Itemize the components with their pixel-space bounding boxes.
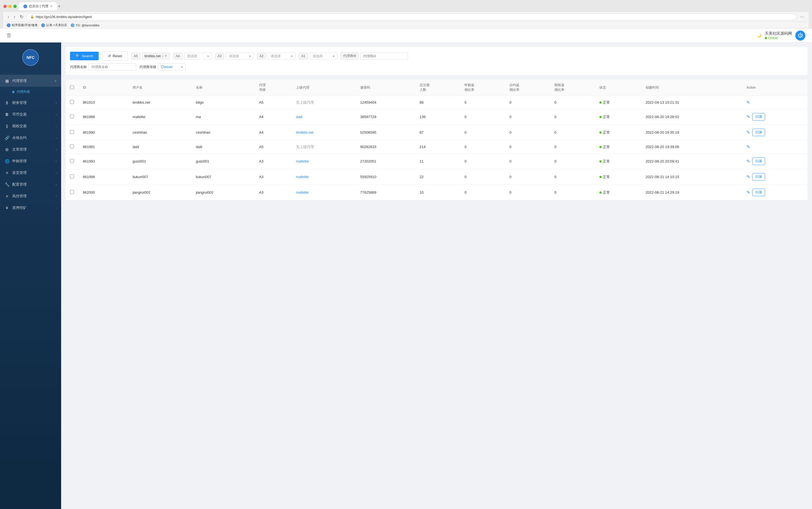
cell-level: A3 <box>255 154 292 169</box>
forward-button[interactable]: › <box>12 13 16 21</box>
url-text: https://jys106.timibbs.vip/admin/Agent <box>36 15 92 19</box>
browser-tab[interactable]: 总后台 | 代理 ✕ <box>19 2 57 10</box>
row-checkbox[interactable] <box>70 100 74 104</box>
sidebar-item-config[interactable]: 🔧 配置管理 ‹ <box>0 179 61 190</box>
traffic-light-red[interactable] <box>3 5 7 8</box>
parent-link[interactable]: daili <box>296 115 302 119</box>
row-checkbox[interactable] <box>70 190 74 194</box>
new-tab-button[interactable]: + <box>58 4 61 9</box>
url-bar[interactable]: 🔒 https://jys106.timibbs.vip/admin/Agent <box>27 13 797 20</box>
sidebar-item-perpetual[interactable]: 🔗 永续合约 ‹ <box>0 132 61 144</box>
parent-link[interactable]: timibbs.net <box>296 130 313 134</box>
filter-select-a3[interactable]: 请选择 <box>226 53 254 60</box>
hamburger-menu[interactable]: ☰ <box>7 33 11 39</box>
site-name: 天美社区源码网 <box>765 31 792 36</box>
status-label: 正常 <box>603 174 610 179</box>
table-row: 861993 guizi001 guizi001 A3 mafeifei 272… <box>66 154 808 169</box>
parent-link[interactable]: mafeifei <box>296 190 309 195</box>
parent-link[interactable]: mafeifei <box>296 175 309 179</box>
homepage-icon: ≡ <box>4 170 9 175</box>
assign-button[interactable]: 归属 <box>752 173 765 180</box>
logo-text: NFC <box>27 55 35 60</box>
filter-input-agentid[interactable] <box>360 53 408 60</box>
edit-button[interactable]: ✎ <box>746 174 750 179</box>
reset-button[interactable]: ↺ Reset <box>102 52 128 61</box>
cell-status: 正常 <box>595 169 641 185</box>
sidebar-item-homepage[interactable]: ≡ 首页管理 ‹ <box>0 167 61 179</box>
cell-subscribe-ratio: 0 <box>460 140 505 154</box>
tab-close-button[interactable]: ✕ <box>50 4 53 8</box>
risk-icon: ≡ <box>4 194 9 199</box>
cell-options-ratio: 0 <box>550 109 595 125</box>
agent-table: ID 用户名 名称 代理等级 上级代理 邀请码 总注册人数 申购返佣比率 合约返… <box>66 79 808 200</box>
row-checkbox[interactable] <box>70 174 74 178</box>
cell-level: A4 <box>255 109 292 125</box>
refresh-button[interactable]: ↻ <box>19 13 25 21</box>
filter-select-agentlevel[interactable]: Choose <box>158 63 185 71</box>
traffic-light-green[interactable] <box>13 5 17 8</box>
edit-button[interactable]: ✎ <box>746 190 750 195</box>
cell-status: 正常 <box>595 185 641 200</box>
row-checkbox[interactable] <box>70 114 74 118</box>
sidebar-item-subscribe-label: 申购管理 <box>12 159 53 164</box>
edit-button[interactable]: ✎ <box>746 100 750 105</box>
pledge-arrow-icon: ‹ <box>56 206 57 209</box>
assign-button[interactable]: 归属 <box>752 158 765 165</box>
sidebar-subitem-agent-list[interactable]: 代理列表 <box>0 87 61 97</box>
cell-level: A3 <box>255 185 292 200</box>
row-checkbox[interactable] <box>70 130 74 134</box>
select-all-checkbox[interactable] <box>70 85 74 89</box>
tab-favicon <box>23 4 27 8</box>
parent-link[interactable]: mafeifei <box>296 159 309 163</box>
filter-input-agentname[interactable] <box>88 63 136 71</box>
sidebar-item-article-label: 文章管理 <box>12 147 53 152</box>
cell-parent: 无上级代理 <box>292 96 356 109</box>
moon-icon[interactable]: 🌙 <box>757 33 762 37</box>
status-dot-icon <box>600 176 602 178</box>
bookmark-item-0[interactable]: 程序搭建/开发/修复 <box>7 23 38 27</box>
search-button[interactable]: 🔍 Search <box>70 52 99 60</box>
assign-button[interactable]: 归属 <box>752 113 765 121</box>
cell-status: 正常 <box>595 154 641 169</box>
cell-id: 861910 <box>78 96 128 109</box>
sidebar-item-subscribe[interactable]: 🌐 申购管理 ‹ <box>0 155 61 167</box>
extensions-button[interactable]: ⋯ <box>799 13 805 21</box>
assign-button[interactable]: 归属 <box>752 189 765 196</box>
sidebar-item-finance[interactable]: $ 财务管理 ‹ <box>0 97 61 109</box>
filter-select-a4[interactable]: 请选择 <box>184 53 212 60</box>
cell-invitecode: 77625869 <box>356 185 415 200</box>
edit-button[interactable]: ✎ <box>746 130 750 135</box>
filter-delete-a5[interactable]: × <box>162 55 163 58</box>
cell-invitecode: 90282633 <box>356 140 415 154</box>
bookmark-item-2[interactable]: TG: @tianmeibbs <box>71 23 100 27</box>
sidebar-item-pledge[interactable]: ¥ 质押挖矿 ‹ <box>0 202 61 214</box>
cell-invitecode: 02506595 <box>356 125 415 140</box>
filter-group-agentid: 代理商Id <box>341 52 408 60</box>
status-label: 正常 <box>603 100 610 105</box>
sidebar-item-coin-label: 币币交易 <box>12 112 53 117</box>
back-button[interactable]: ‹ <box>7 13 10 21</box>
bookmark-item-1[interactable]: 认准->天美社区 <box>41 23 67 27</box>
row-checkbox[interactable] <box>70 159 74 163</box>
sidebar-item-risk[interactable]: ≡ 风控管理 ‹ <box>0 190 61 202</box>
bookmark-label-0: 程序搭建/开发/修复 <box>12 23 38 27</box>
power-button[interactable]: ⏻ <box>795 31 805 40</box>
table-row: 862000 jiangrui002 jiangrui002 A3 mafeif… <box>66 185 808 200</box>
sidebar-item-options[interactable]: ₿ 期权交易 ‹ <box>0 120 61 132</box>
edit-button[interactable]: ✎ <box>746 114 750 120</box>
cell-action: ✎ <box>742 140 808 154</box>
cell-action: ✎ 归属 <box>742 169 808 185</box>
filter-select-a1[interactable]: 请选择 <box>310 53 337 60</box>
sidebar-item-agent[interactable]: ▦ 代理管理 ∨ <box>0 75 61 87</box>
cell-username: mafeifei <box>128 109 191 125</box>
sidebar-item-coin[interactable]: B 币币交易 ‹ <box>0 109 61 120</box>
row-checkbox[interactable] <box>70 144 74 148</box>
edit-button[interactable]: ✎ <box>746 159 750 164</box>
filter-tag-a1: A1 <box>299 53 308 60</box>
sidebar-item-article[interactable]: ⊞ 文章管理 ‹ <box>0 144 61 155</box>
filter-select-a2[interactable]: 请选择 <box>268 53 295 60</box>
traffic-light-yellow[interactable] <box>8 5 12 8</box>
edit-button[interactable]: ✎ <box>746 144 750 149</box>
assign-button[interactable]: 归属 <box>752 129 765 136</box>
col-contract-ratio: 合约返佣比率 <box>505 79 550 96</box>
